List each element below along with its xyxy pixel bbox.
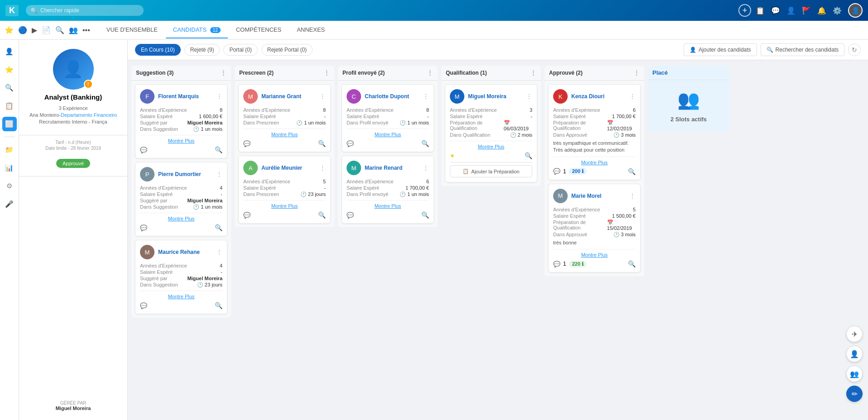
filter-en-cours[interactable]: En Cours (10) bbox=[135, 44, 181, 56]
comment-icon-marie[interactable]: 💬 bbox=[553, 261, 560, 267]
name-aurelie[interactable]: Aurélie Meunier bbox=[261, 165, 316, 171]
filter-rejete[interactable]: Rejeté (9) bbox=[184, 44, 220, 56]
col-menu-approuve[interactable]: ⋮ bbox=[633, 69, 640, 76]
search-nav-icon[interactable]: 🔍 bbox=[55, 26, 64, 34]
card-marie-morel: M Marie Morel ⋮ Années d'Expérience5 Sal… bbox=[548, 184, 641, 272]
sidebar-star-icon[interactable]: ⭐ bbox=[2, 62, 17, 77]
name-maurice[interactable]: Maurice Rehane bbox=[158, 249, 212, 255]
show-more-charlotte[interactable]: Montre Plus bbox=[347, 132, 429, 137]
refresh-button[interactable]: ↻ bbox=[848, 43, 861, 56]
status-badge: Approuvé bbox=[56, 159, 90, 168]
menu-florent[interactable]: ⋮ bbox=[216, 93, 222, 100]
show-more-marine[interactable]: Montre Plus bbox=[347, 203, 429, 209]
zoom-icon-maurice[interactable]: 🔍 bbox=[215, 302, 222, 309]
menu-pierre[interactable]: ⋮ bbox=[216, 171, 222, 178]
add-button[interactable]: + bbox=[738, 4, 751, 17]
tab-annexes[interactable]: ANNEXES bbox=[289, 22, 332, 38]
zoom-icon-charlotte[interactable]: 🔍 bbox=[421, 140, 429, 147]
menu-miguel[interactable]: ⋮ bbox=[526, 93, 532, 100]
slots-icon: 👥 bbox=[677, 89, 700, 110]
sidebar-mic-icon[interactable]: 🎤 bbox=[2, 197, 17, 211]
show-more-aurelie[interactable]: Montre Plus bbox=[243, 203, 326, 209]
add-candidates-button[interactable]: 👤 Ajouter des candidats bbox=[684, 43, 757, 56]
star-icon-miguel[interactable]: ★ bbox=[450, 153, 455, 159]
name-florent[interactable]: Florent Marquis bbox=[158, 93, 212, 100]
menu-kenza[interactable]: ⋮ bbox=[629, 93, 636, 100]
show-more-maurice[interactable]: Montre Plus bbox=[140, 294, 222, 299]
group-icon[interactable]: 👥 bbox=[69, 26, 78, 34]
zoom-icon-aurelie[interactable]: 🔍 bbox=[318, 211, 326, 219]
star-nav-icon[interactable]: ⭐ bbox=[5, 26, 14, 34]
name-pierre[interactable]: Pierre Dumortier bbox=[158, 171, 212, 177]
comment-icon-maurice[interactable]: 💬 bbox=[140, 302, 147, 309]
show-more-florent[interactable]: Montre Plus bbox=[140, 138, 222, 143]
col-menu-suggestion[interactable]: ⋮ bbox=[220, 69, 227, 76]
sidebar-settings-small-icon[interactable]: ⚙ bbox=[2, 179, 17, 193]
play-icon[interactable]: ▶ bbox=[32, 26, 37, 34]
flag-icon[interactable]: 🚩 bbox=[802, 6, 811, 15]
show-more-marie[interactable]: Montre Plus bbox=[553, 252, 636, 258]
company-link[interactable]: Departamento Financeiro bbox=[61, 112, 117, 118]
zoom-icon-marine[interactable]: 🔍 bbox=[421, 211, 429, 219]
col-menu-profil[interactable]: ⋮ bbox=[427, 69, 433, 76]
col-menu-qualification[interactable]: ⋮ bbox=[530, 69, 536, 76]
comment-icon-kenza[interactable]: 💬 bbox=[553, 168, 560, 175]
sidebar-search-icon[interactable]: 🔍 bbox=[2, 81, 17, 95]
more-icon[interactable]: ••• bbox=[82, 26, 90, 34]
filter-portal[interactable]: Portal (0) bbox=[223, 44, 257, 56]
chat-icon[interactable]: 💬 bbox=[771, 6, 780, 15]
zoom-icon-pierre[interactable]: 🔍 bbox=[215, 224, 222, 231]
sidebar-kanban-icon[interactable]: ⬜ bbox=[2, 117, 17, 131]
zoom-icon-kenza[interactable]: 🔍 bbox=[628, 168, 636, 175]
search-input[interactable] bbox=[26, 5, 144, 16]
clipboard-icon[interactable]: 📋 bbox=[756, 6, 765, 15]
zoom-icon-miguel[interactable]: 🔍 bbox=[525, 152, 532, 159]
show-more-miguel[interactable]: Montre Plus bbox=[450, 144, 532, 149]
menu-charlotte[interactable]: ⋮ bbox=[423, 93, 429, 100]
comment-icon-charlotte[interactable]: 💬 bbox=[347, 140, 354, 147]
name-charlotte[interactable]: Charlotte Dupont bbox=[365, 93, 419, 100]
sidebar-doc-icon[interactable]: 📋 bbox=[2, 99, 17, 113]
fab-group[interactable]: 👥 bbox=[846, 366, 863, 382]
fab-send[interactable]: ✈ bbox=[846, 326, 863, 342]
settings-icon[interactable]: ⚙️ bbox=[833, 6, 842, 15]
tab-candidats[interactable]: CANDIDATS 12 bbox=[166, 22, 228, 38]
tab-competences[interactable]: COMPÉTENCES bbox=[229, 22, 289, 38]
add-preparation-button[interactable]: 📋 Ajouter la Préparation bbox=[450, 165, 532, 177]
name-marie[interactable]: Marie Morel bbox=[571, 193, 626, 199]
user-add-icon[interactable]: 👤 bbox=[786, 6, 796, 15]
name-miguel[interactable]: Miguel Moreira bbox=[468, 93, 522, 100]
sidebar-folder-icon[interactable]: 📁 bbox=[2, 143, 17, 157]
sidebar-chart-icon[interactable]: 📊 bbox=[2, 161, 17, 175]
name-marianne[interactable]: Marianne Grant bbox=[261, 93, 316, 100]
document-icon[interactable]: 📄 bbox=[42, 26, 51, 34]
zoom-icon-florent[interactable]: 🔍 bbox=[215, 146, 222, 153]
comment-icon-aurelie[interactable]: 💬 bbox=[243, 212, 251, 219]
col-menu-prescreen[interactable]: ⋮ bbox=[323, 69, 330, 76]
fab-edit[interactable]: ✏ bbox=[846, 386, 863, 402]
sidebar-user-icon[interactable]: 👤 bbox=[2, 44, 17, 59]
show-more-pierre[interactable]: Montre Plus bbox=[140, 216, 222, 221]
notification-icon[interactable]: 🔔 bbox=[817, 6, 826, 15]
zoom-icon-marianne[interactable]: 🔍 bbox=[318, 140, 326, 147]
comment-icon-pierre[interactable]: 💬 bbox=[140, 224, 147, 231]
comment-icon-marianne[interactable]: 💬 bbox=[243, 140, 251, 147]
comment-icon-marine[interactable]: 💬 bbox=[347, 212, 354, 219]
name-marine[interactable]: Marine Renard bbox=[365, 165, 419, 171]
menu-maurice[interactable]: ⋮ bbox=[216, 248, 222, 256]
circle-icon[interactable]: 🔵 bbox=[18, 26, 27, 34]
menu-marianne[interactable]: ⋮ bbox=[319, 93, 326, 100]
menu-aurelie[interactable]: ⋮ bbox=[319, 164, 326, 172]
filter-rejete-portal[interactable]: Rejeté Portal (0) bbox=[261, 44, 313, 56]
menu-marie[interactable]: ⋮ bbox=[629, 192, 636, 200]
comment-icon-florent[interactable]: 💬 bbox=[140, 147, 147, 153]
fab-user[interactable]: 👤 bbox=[846, 346, 863, 362]
show-more-marianne[interactable]: Montre Plus bbox=[243, 132, 326, 137]
user-avatar[interactable]: 👤 bbox=[848, 3, 863, 18]
name-kenza[interactable]: Kenza Diouri bbox=[571, 93, 626, 100]
zoom-icon-marie[interactable]: 🔍 bbox=[628, 260, 636, 267]
search-candidates-button[interactable]: 🔍 Rechercher des candidats bbox=[761, 43, 844, 56]
show-more-kenza[interactable]: Montre Plus bbox=[553, 160, 636, 165]
tab-vue-ensemble[interactable]: VUE D'ENSEMBLE bbox=[99, 22, 165, 38]
menu-marine[interactable]: ⋮ bbox=[423, 164, 429, 172]
